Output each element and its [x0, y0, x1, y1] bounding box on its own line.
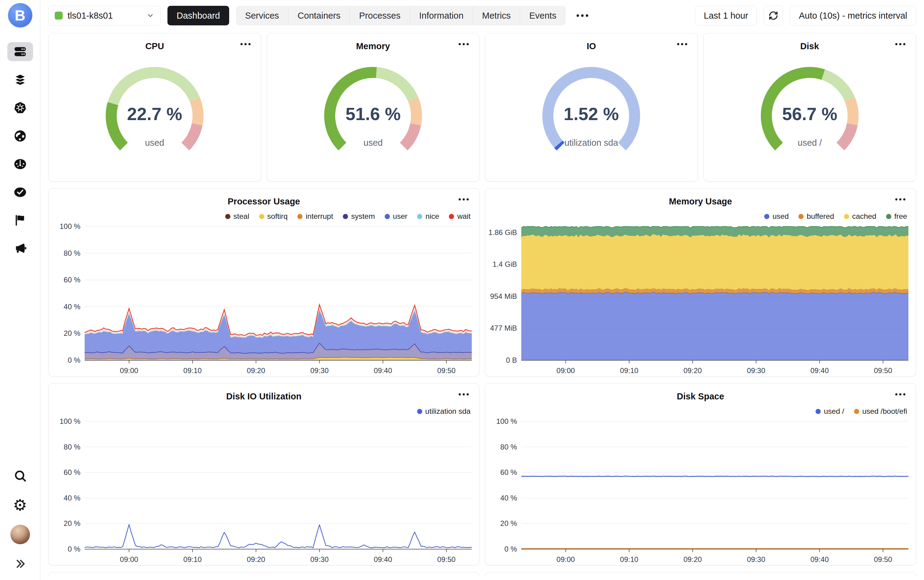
svg-text:09:00: 09:00: [557, 555, 575, 564]
svg-text:09:30: 09:30: [310, 366, 328, 375]
cpu-gauge: 22.7 %used: [94, 60, 216, 161]
check-circle-icon: [13, 186, 27, 199]
io-card: IO 1.52 %utilization sda: [485, 33, 698, 181]
globe-icon: [13, 129, 27, 143]
svg-text:1.52 %: 1.52 %: [564, 104, 619, 124]
tab-containers[interactable]: Containers: [288, 6, 349, 25]
card-menu-button[interactable]: [895, 198, 905, 201]
tab-events[interactable]: Events: [520, 6, 566, 25]
chevron-down-icon: [147, 12, 154, 20]
disk-space-card: Disk Space used /used /boot/efi 09:0009:…: [485, 383, 916, 565]
more-tabs-button[interactable]: [576, 14, 588, 17]
refresh-icon: [769, 11, 778, 20]
svg-text:0 %: 0 %: [68, 545, 81, 553]
tabs-group: ServicesContainersProcessesInformationMe…: [236, 6, 566, 25]
legend-item-nice: nice: [417, 212, 439, 221]
disk-gauge: 56.7 %used /: [749, 60, 871, 161]
card-title: IO: [485, 41, 698, 51]
svg-text:09:30: 09:30: [310, 555, 328, 564]
card-title: Processor Usage: [49, 196, 479, 207]
interval-select[interactable]: Auto (10s) - metrics interval: [790, 6, 916, 25]
layers-icon: [13, 73, 27, 86]
search-button[interactable]: [7, 466, 33, 485]
host-selector[interactable]: tls01-k8s01: [48, 6, 161, 25]
svg-text:0 %: 0 %: [68, 356, 81, 364]
memory-usage-chart: 09:0009:1009:2009:3009:4009:501.86 GiB1.…: [485, 222, 916, 376]
svg-text:0 %: 0 %: [504, 545, 517, 553]
sidebar-item-stacks[interactable]: [7, 70, 33, 89]
memory-gauge: 51.6 %used: [312, 60, 434, 161]
card-menu-button[interactable]: [895, 393, 905, 395]
sidebar-item-network[interactable]: [7, 127, 33, 145]
svg-text:20 %: 20 %: [500, 519, 517, 527]
card-menu-button[interactable]: [895, 43, 905, 45]
chevrons-right-icon: [14, 558, 26, 570]
svg-text:20 %: 20 %: [64, 329, 81, 337]
legend-item-buffered: buffered: [799, 212, 834, 221]
legend-item-system: system: [343, 212, 375, 221]
card-menu-button[interactable]: [459, 43, 469, 45]
svg-text:09:20: 09:20: [247, 366, 265, 375]
host-status-dot: [55, 12, 63, 20]
legend-item-cached: cached: [844, 212, 876, 221]
svg-text:09:40: 09:40: [810, 366, 828, 375]
sidebar-item-flags[interactable]: [7, 211, 33, 230]
tab-processes[interactable]: Processes: [349, 6, 409, 25]
card-menu-button[interactable]: [677, 43, 687, 45]
tab-metrics[interactable]: Metrics: [473, 6, 520, 25]
svg-text:used /: used /: [797, 138, 822, 148]
tab-services[interactable]: Services: [236, 6, 288, 25]
svg-text:22.7 %: 22.7 %: [127, 104, 183, 124]
sidebar-item-metrics[interactable]: [7, 155, 33, 173]
gear-icon: ⚙: [13, 497, 27, 513]
tab-information[interactable]: Information: [410, 6, 473, 25]
svg-text:60 %: 60 %: [500, 468, 517, 476]
legend-item-used: used: [764, 212, 789, 221]
svg-text:09:50: 09:50: [874, 555, 892, 564]
card-menu-button[interactable]: [459, 198, 469, 201]
card-menu-button[interactable]: [459, 393, 469, 395]
svg-text:09:40: 09:40: [374, 555, 392, 564]
avatar: [10, 525, 30, 544]
chart-legend: utilization sda: [49, 402, 479, 417]
next-row-card-partial: [485, 572, 916, 576]
tab-dashboard[interactable]: Dashboard: [168, 6, 229, 25]
svg-text:used: used: [363, 138, 382, 148]
svg-text:used: used: [145, 138, 165, 148]
svg-text:80 %: 80 %: [500, 443, 517, 451]
svg-text:09:00: 09:00: [557, 366, 575, 375]
svg-text:100 %: 100 %: [59, 222, 81, 231]
search-icon: [13, 469, 27, 483]
legend-item-utilization-sda: utilization sda: [417, 407, 471, 415]
legend-item-steal: steal: [225, 212, 249, 221]
svg-text:954 MiB: 954 MiB: [490, 292, 517, 300]
legend-item-free: free: [886, 212, 907, 221]
time-range-button[interactable]: Last 1 hour: [695, 6, 757, 25]
svg-text:utilization sda: utilization sda: [564, 138, 618, 148]
dashboard-grid: CPU 22.7 %used Memory 51.6 %used IO 1.52…: [40, 31, 924, 576]
svg-text:09:50: 09:50: [874, 366, 892, 375]
svg-text:20 %: 20 %: [64, 519, 81, 527]
app-logo[interactable]: B: [8, 3, 32, 28]
sidebar-bottom: ⚙: [7, 466, 33, 573]
svg-text:1.86 GiB: 1.86 GiB: [489, 228, 517, 237]
sidebar-item-kubernetes[interactable]: [7, 99, 33, 117]
topbar: tls01-k8s01 Dashboard ServicesContainers…: [40, 0, 924, 31]
disk-io-card: Disk IO Utilization utilization sda 09:0…: [48, 383, 479, 565]
sidebar-item-checks[interactable]: [7, 183, 33, 202]
sidebar-nav: [7, 42, 33, 258]
legend-item-wait: wait: [449, 212, 471, 221]
disk-space-chart: 09:0009:1009:2009:3009:4009:50100 %80 %6…: [485, 417, 916, 565]
sidebar-item-hosts[interactable]: [7, 42, 33, 61]
sidebar-expand-button[interactable]: [7, 554, 33, 573]
svg-text:0 B: 0 B: [506, 356, 517, 364]
card-menu-button[interactable]: [240, 43, 250, 45]
user-menu-button[interactable]: [7, 525, 33, 544]
sidebar-item-alerts[interactable]: [7, 239, 33, 258]
card-title: Memory: [267, 41, 479, 51]
settings-button[interactable]: ⚙: [7, 496, 33, 515]
memory-usage-card: Memory Usage usedbufferedcachedfree 09:0…: [485, 188, 916, 376]
svg-text:09:10: 09:10: [183, 366, 202, 375]
refresh-button[interactable]: [764, 6, 783, 25]
svg-text:40 %: 40 %: [64, 494, 81, 502]
